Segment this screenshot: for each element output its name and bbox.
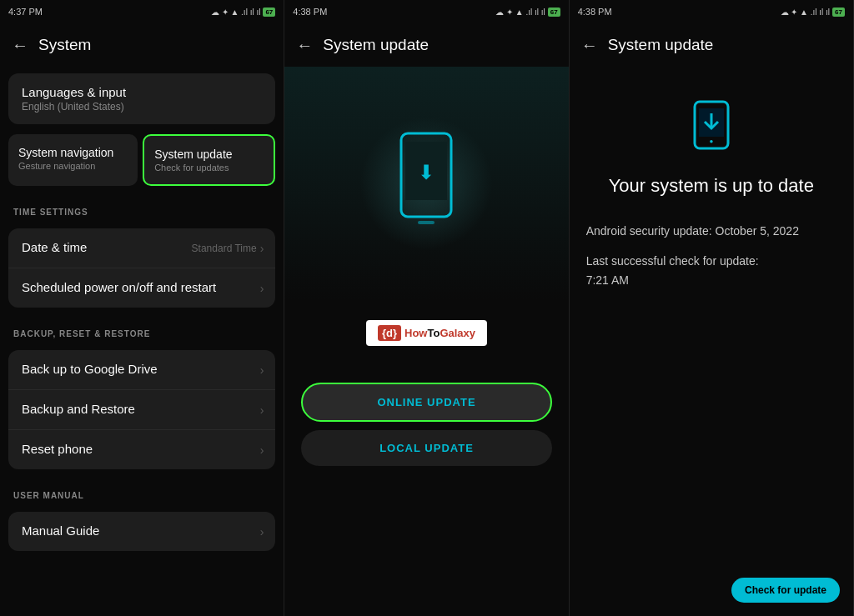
status-icons-3: ☁ ✦ ▲ .ıl ıl ıl 67 [781, 8, 845, 17]
languages-title: Languages & input [22, 85, 262, 99]
manual-guide-chevron: › [260, 525, 264, 538]
uptodate-title: Your system is up to date [609, 175, 814, 197]
update-graphic: ⬇ [284, 67, 568, 300]
logo-container: {d} HowToGalaxy [366, 320, 487, 346]
status-bar-2: 4:38 PM ☁ ✦ ▲ .ıl ıl ıl 67 [284, 0, 568, 23]
back-button-1[interactable]: ← [12, 36, 28, 55]
languages-sub: English (United States) [22, 101, 262, 113]
backup-card-group: Back up to Google Drive › Backup and Res… [8, 350, 275, 469]
signal-icons-3: ☁ ✦ ▲ .ıl ıl ıl [781, 8, 831, 17]
battery-3: 67 [832, 8, 845, 17]
uptodate-info-lastcheck: Last successful check for update:7:21 AM [586, 252, 836, 289]
languages-card-group: Languages & input English (United States… [8, 73, 275, 124]
update-content: ⬇ {d} HowToGalaxy ONLINE UPDATE LOCAL UP… [284, 67, 568, 616]
system-update-title: System update [154, 148, 264, 161]
nav-update-row: System navigation Gesture navigation Sys… [8, 134, 275, 186]
uptodate-content: ● Your system is up to date Android secu… [570, 67, 853, 616]
signal-icons-1: ☁ ✦ ▲ .ıl ıl ıl [211, 8, 261, 17]
backup-googledrive-chevron: › [260, 363, 264, 377]
update-buttons-container: ONLINE UPDATE LOCAL UPDATE [284, 383, 568, 466]
top-bar-2: ← System update [284, 23, 568, 67]
manual-guide-right: › [260, 525, 264, 538]
manual-card-group: Manual Guide › [8, 512, 275, 551]
reset-phone-item[interactable]: Reset phone › [8, 430, 275, 469]
online-update-button[interactable]: ONLINE UPDATE [301, 383, 551, 422]
status-time-2: 4:38 PM [293, 7, 327, 17]
backup-googledrive-right: › [260, 363, 264, 377]
reset-phone-right: › [260, 443, 264, 457]
svg-rect-3 [418, 221, 435, 224]
backup-restore-item[interactable]: Backup and Restore › [8, 390, 275, 430]
status-bar-3: 4:38 PM ☁ ✦ ▲ .ıl ıl ıl 67 [570, 0, 853, 23]
date-time-value: Standard Time [192, 243, 257, 254]
top-bar-1: ← System [0, 23, 284, 67]
manual-guide-title: Manual Guide [22, 523, 262, 538]
svg-text:●: ● [709, 138, 713, 145]
logo-to: To [427, 327, 440, 339]
time-card-group: Date & time Standard Time › Scheduled po… [8, 228, 275, 308]
last-check-time: 7:21 AM [586, 273, 629, 287]
scheduled-power-right: › [260, 282, 264, 295]
system-update-item[interactable]: System update Check for updates [143, 134, 275, 186]
battery-2: 67 [548, 8, 560, 17]
logo-how: How [404, 327, 427, 339]
system-nav-title: System navigation [18, 146, 128, 159]
manual-section-label: USER MANUAL [0, 479, 284, 505]
backup-googledrive-item[interactable]: Back up to Google Drive › [8, 350, 275, 390]
date-time-item[interactable]: Date & time Standard Time › [8, 228, 275, 268]
status-icons-1: ☁ ✦ ▲ .ıl ıl ıl 67 [211, 8, 275, 17]
page-title-3: System update [608, 36, 714, 54]
date-time-right: Standard Time › [192, 242, 264, 255]
backup-googledrive-title: Back up to Google Drive [22, 362, 262, 376]
backup-restore-title: Backup and Restore [22, 402, 262, 416]
panel-system-settings: 4:37 PM ☁ ✦ ▲ .ıl ıl ıl 67 ← System Lang… [0, 0, 284, 616]
panel-system-update: 4:38 PM ☁ ✦ ▲ .ıl ıl ıl 67 ← System upda… [284, 0, 569, 616]
backup-restore-chevron: › [260, 403, 264, 417]
reset-phone-chevron: › [260, 443, 264, 457]
status-icons-2: ☁ ✦ ▲ .ıl ıl ıl 67 [495, 8, 560, 17]
backup-restore-right: › [260, 403, 264, 417]
phone-download-icon: ⬇ [393, 129, 460, 238]
status-time-3: 4:38 PM [578, 7, 612, 17]
backup-section-label: BACKUP, RESET & RESTORE [0, 318, 284, 343]
languages-input-item[interactable]: Languages & input English (United States… [8, 73, 275, 124]
settings-content: Languages & input English (United States… [0, 67, 284, 616]
time-section-label: TIME SETTINGS [0, 196, 284, 222]
system-nav-sub: Gesture navigation [18, 161, 128, 171]
back-button-3[interactable]: ← [581, 36, 598, 55]
svg-text:⬇: ⬇ [418, 161, 435, 183]
battery-1: 67 [263, 8, 275, 17]
date-time-chevron: › [260, 242, 264, 255]
scheduled-power-title: Scheduled power on/off and restart [22, 280, 262, 294]
logo-bracket: {d} [378, 325, 401, 341]
back-button-2[interactable]: ← [296, 36, 313, 55]
logo-watermark: {d} HowToGalaxy [366, 312, 487, 363]
reset-phone-title: Reset phone [22, 442, 262, 456]
uptodate-info-security: Android security update: October 5, 2022 [586, 222, 836, 240]
update-graphic-inner: ⬇ [359, 117, 493, 250]
logo-galaxy: Galaxy [440, 327, 475, 339]
scheduled-power-chevron: › [260, 282, 264, 295]
status-time-1: 4:37 PM [8, 7, 43, 17]
status-bar-1: 4:37 PM ☁ ✦ ▲ .ıl ıl ıl 67 [0, 0, 284, 23]
local-update-button[interactable]: LOCAL UPDATE [301, 430, 551, 466]
page-title-2: System update [323, 36, 429, 54]
scheduled-power-item[interactable]: Scheduled power on/off and restart › [8, 268, 275, 308]
phone-check-icon: ● [691, 100, 732, 150]
manual-guide-item[interactable]: Manual Guide › [8, 512, 275, 551]
system-navigation-item[interactable]: System navigation Gesture navigation [8, 134, 138, 186]
uptodate-phone-icon: ● [691, 100, 732, 158]
signal-icons-2: ☁ ✦ ▲ .ıl ıl ıl [495, 8, 545, 17]
top-bar-3: ← System update [570, 23, 853, 67]
page-title-1: System [38, 36, 91, 54]
system-update-sub: Check for updates [154, 163, 264, 173]
check-update-button[interactable]: Check for update [731, 578, 840, 603]
panel-up-to-date: 4:38 PM ☁ ✦ ▲ .ıl ıl ıl 67 ← System upda… [570, 0, 854, 616]
